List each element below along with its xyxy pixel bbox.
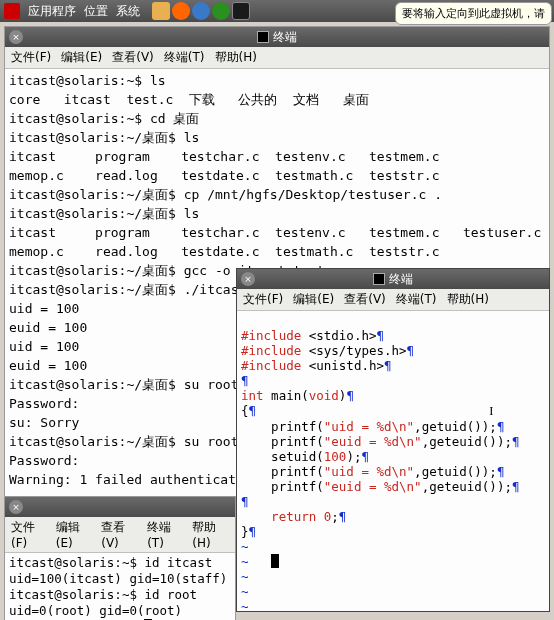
menubar[interactable]: 文件(F) 编辑(E) 查看(V) 终端(T) 帮助(H) xyxy=(5,517,235,553)
terminal-window-secondary: × 文件(F) 编辑(E) 查看(V) 终端(T) 帮助(H) itcast@s… xyxy=(4,496,236,620)
menu-help[interactable]: 帮助(H) xyxy=(447,291,489,308)
menu-help[interactable]: 帮助(H) xyxy=(215,49,257,66)
menu-file[interactable]: 文件(F) xyxy=(243,291,283,308)
close-icon[interactable]: × xyxy=(241,272,255,286)
menu-view[interactable]: 查看(V) xyxy=(344,291,386,308)
text-caret-icon: I xyxy=(489,404,493,419)
terminal-launcher-icon[interactable] xyxy=(232,2,250,20)
editor-content[interactable]: #include <stdio.h>¶ #include <sys/types.… xyxy=(237,311,549,611)
menu-view[interactable]: 查看(V) xyxy=(101,519,137,550)
menubar[interactable]: 文件(F) 编辑(E) 查看(V) 终端(T) 帮助(H) xyxy=(237,289,549,311)
menu-file[interactable]: 文件(F) xyxy=(11,49,51,66)
system-taskbar[interactable]: 应用程序 位置 系统 要将输入定向到此虚拟机，请 xyxy=(0,0,554,22)
home-icon[interactable] xyxy=(152,2,170,20)
close-icon[interactable]: × xyxy=(9,500,23,514)
launcher-icons xyxy=(152,2,250,20)
menu-help[interactable]: 帮助(H) xyxy=(192,519,229,550)
terminal-icon xyxy=(373,273,385,285)
menu-terminal[interactable]: 终端(T) xyxy=(164,49,205,66)
menu-edit[interactable]: 编辑(E) xyxy=(293,291,334,308)
menu-system[interactable]: 系统 xyxy=(116,3,140,20)
software-icon[interactable] xyxy=(192,2,210,20)
window-titlebar[interactable]: × 终端 xyxy=(5,27,549,47)
os-logo-icon xyxy=(4,3,20,19)
terminal-window-editor: × 终端 文件(F) 编辑(E) 查看(V) 终端(T) 帮助(H) #incl… xyxy=(236,268,550,612)
menu-terminal[interactable]: 终端(T) xyxy=(147,519,182,550)
menu-edit[interactable]: 编辑(E) xyxy=(56,519,91,550)
menu-view[interactable]: 查看(V) xyxy=(112,49,154,66)
cursor-icon xyxy=(271,554,279,568)
close-icon[interactable]: × xyxy=(9,30,23,44)
window-title-text: 终端 xyxy=(273,29,297,46)
terminal-icon xyxy=(257,31,269,43)
menu-applications[interactable]: 应用程序 xyxy=(28,3,76,20)
menubar[interactable]: 文件(F) 编辑(E) 查看(V) 终端(T) 帮助(H) xyxy=(5,47,549,69)
window-titlebar[interactable]: × xyxy=(5,497,235,517)
network-icon[interactable] xyxy=(212,2,230,20)
terminal-output[interactable]: itcast@solaris:~$ id itcast uid=100(itca… xyxy=(5,553,235,620)
vm-input-tooltip: 要将输入定向到此虚拟机，请 xyxy=(395,2,552,25)
window-titlebar[interactable]: × 终端 xyxy=(237,269,549,289)
menu-edit[interactable]: 编辑(E) xyxy=(61,49,102,66)
menu-places[interactable]: 位置 xyxy=(84,3,108,20)
menu-file[interactable]: 文件(F) xyxy=(11,519,46,550)
window-title-text: 终端 xyxy=(389,271,413,288)
menu-terminal[interactable]: 终端(T) xyxy=(396,291,437,308)
firefox-icon[interactable] xyxy=(172,2,190,20)
